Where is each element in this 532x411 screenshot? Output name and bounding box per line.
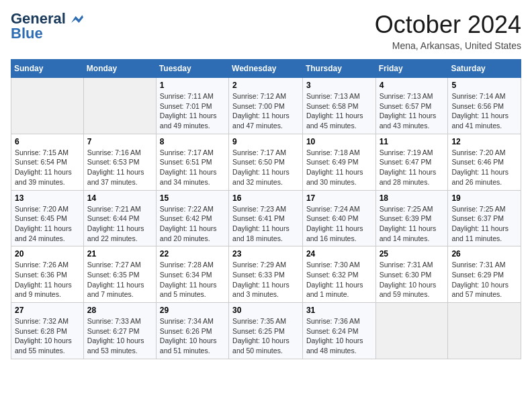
- calendar-cell: 2Sunrise: 7:12 AM Sunset: 7:00 PM Daylig…: [229, 78, 303, 134]
- weekday-header-wednesday: Wednesday: [229, 60, 303, 78]
- calendar-cell: 15Sunrise: 7:22 AM Sunset: 6:42 PM Dayli…: [156, 190, 228, 246]
- day-number: 28: [87, 306, 152, 315]
- calendar-cell: 10Sunrise: 7:18 AM Sunset: 6:49 PM Dayli…: [302, 134, 375, 190]
- calendar-cell: 24Sunrise: 7:30 AM Sunset: 6:32 PM Dayli…: [302, 246, 375, 303]
- day-info: Sunrise: 7:18 AM Sunset: 6:49 PM Dayligh…: [306, 148, 372, 187]
- weekday-header-saturday: Saturday: [448, 60, 521, 78]
- calendar-cell: 4Sunrise: 7:13 AM Sunset: 6:57 PM Daylig…: [375, 78, 448, 134]
- day-number: 10: [306, 137, 372, 146]
- day-info: Sunrise: 7:34 AM Sunset: 6:26 PM Dayligh…: [160, 316, 225, 356]
- day-number: 14: [87, 193, 152, 203]
- weekday-header-friday: Friday: [375, 60, 448, 78]
- calendar-cell: 17Sunrise: 7:24 AM Sunset: 6:40 PM Dayli…: [302, 190, 375, 246]
- calendar-cell: 21Sunrise: 7:27 AM Sunset: 6:35 PM Dayli…: [83, 246, 156, 303]
- day-info: Sunrise: 7:27 AM Sunset: 6:35 PM Dayligh…: [87, 260, 152, 300]
- weekday-header-thursday: Thursday: [302, 60, 375, 78]
- calendar-cell: 1Sunrise: 7:11 AM Sunset: 7:01 PM Daylig…: [156, 78, 228, 134]
- day-number: 25: [380, 249, 445, 259]
- day-number: 1: [160, 81, 225, 90]
- day-info: Sunrise: 7:26 AM Sunset: 6:36 PM Dayligh…: [15, 260, 80, 300]
- day-number: 26: [451, 249, 517, 259]
- calendar-cell: 26Sunrise: 7:31 AM Sunset: 6:29 PM Dayli…: [448, 246, 521, 303]
- logo: General Blue: [11, 11, 83, 42]
- day-number: 15: [160, 193, 225, 203]
- day-info: Sunrise: 7:23 AM Sunset: 6:41 PM Dayligh…: [232, 204, 299, 244]
- day-number: 3: [306, 81, 372, 90]
- calendar-week-row: 20Sunrise: 7:26 AM Sunset: 6:36 PM Dayli…: [11, 246, 521, 303]
- day-number: 12: [451, 137, 517, 146]
- day-number: 5: [451, 81, 517, 90]
- calendar-cell: 30Sunrise: 7:35 AM Sunset: 6:25 PM Dayli…: [229, 303, 303, 359]
- day-number: 20: [15, 249, 80, 259]
- day-number: 16: [232, 193, 299, 203]
- calendar-cell: 23Sunrise: 7:29 AM Sunset: 6:33 PM Dayli…: [229, 246, 303, 303]
- month-title: October 2024: [375, 11, 521, 39]
- calendar-cell: 14Sunrise: 7:21 AM Sunset: 6:44 PM Dayli…: [83, 190, 156, 246]
- calendar-cell: 3Sunrise: 7:13 AM Sunset: 6:58 PM Daylig…: [302, 78, 375, 134]
- day-number: 17: [306, 193, 372, 203]
- calendar-cell: 5Sunrise: 7:14 AM Sunset: 6:56 PM Daylig…: [448, 78, 521, 134]
- day-number: 19: [451, 193, 517, 203]
- calendar-cell: [11, 78, 84, 134]
- day-number: 8: [160, 137, 225, 146]
- day-number: 18: [380, 193, 445, 203]
- calendar-cell: 8Sunrise: 7:17 AM Sunset: 6:51 PM Daylig…: [156, 134, 228, 190]
- calendar-cell: [83, 78, 156, 134]
- day-info: Sunrise: 7:28 AM Sunset: 6:34 PM Dayligh…: [160, 260, 225, 300]
- page-header: General Blue October 2024 Mena, Arkansas…: [11, 11, 521, 51]
- day-info: Sunrise: 7:12 AM Sunset: 7:00 PM Dayligh…: [232, 91, 299, 131]
- calendar-cell: 31Sunrise: 7:36 AM Sunset: 6:24 PM Dayli…: [302, 303, 375, 359]
- day-info: Sunrise: 7:17 AM Sunset: 6:50 PM Dayligh…: [232, 148, 299, 187]
- day-info: Sunrise: 7:16 AM Sunset: 6:53 PM Dayligh…: [87, 148, 152, 187]
- day-number: 6: [15, 137, 80, 146]
- title-block: October 2024 Mena, Arkansas, United Stat…: [375, 11, 521, 51]
- day-number: 22: [160, 249, 225, 259]
- day-info: Sunrise: 7:19 AM Sunset: 6:47 PM Dayligh…: [380, 148, 445, 187]
- calendar-week-row: 13Sunrise: 7:20 AM Sunset: 6:45 PM Dayli…: [11, 190, 521, 246]
- calendar-cell: 19Sunrise: 7:25 AM Sunset: 6:37 PM Dayli…: [448, 190, 521, 246]
- day-info: Sunrise: 7:21 AM Sunset: 6:44 PM Dayligh…: [87, 204, 152, 244]
- calendar-week-row: 1Sunrise: 7:11 AM Sunset: 7:01 PM Daylig…: [11, 78, 521, 134]
- calendar-cell: 9Sunrise: 7:17 AM Sunset: 6:50 PM Daylig…: [229, 134, 303, 190]
- day-number: 27: [15, 306, 80, 315]
- calendar-cell: 12Sunrise: 7:20 AM Sunset: 6:46 PM Dayli…: [448, 134, 521, 190]
- day-info: Sunrise: 7:32 AM Sunset: 6:28 PM Dayligh…: [15, 316, 80, 356]
- day-info: Sunrise: 7:36 AM Sunset: 6:24 PM Dayligh…: [306, 316, 372, 356]
- day-info: Sunrise: 7:31 AM Sunset: 6:29 PM Dayligh…: [451, 260, 517, 300]
- day-info: Sunrise: 7:13 AM Sunset: 6:58 PM Dayligh…: [306, 91, 372, 131]
- calendar-cell: 20Sunrise: 7:26 AM Sunset: 6:36 PM Dayli…: [11, 246, 84, 303]
- calendar-cell: 16Sunrise: 7:23 AM Sunset: 6:41 PM Dayli…: [229, 190, 303, 246]
- svg-marker-0: [71, 15, 83, 23]
- day-info: Sunrise: 7:30 AM Sunset: 6:32 PM Dayligh…: [306, 260, 372, 300]
- weekday-header-monday: Monday: [83, 60, 156, 78]
- day-info: Sunrise: 7:33 AM Sunset: 6:27 PM Dayligh…: [87, 316, 152, 356]
- calendar-cell: 28Sunrise: 7:33 AM Sunset: 6:27 PM Dayli…: [83, 303, 156, 359]
- day-number: 30: [232, 306, 299, 315]
- weekday-header-tuesday: Tuesday: [156, 60, 228, 78]
- day-number: 11: [380, 137, 445, 146]
- calendar-cell: [448, 303, 521, 359]
- day-info: Sunrise: 7:20 AM Sunset: 6:45 PM Dayligh…: [15, 204, 80, 244]
- calendar-cell: 6Sunrise: 7:15 AM Sunset: 6:54 PM Daylig…: [11, 134, 84, 190]
- weekday-header-row: SundayMondayTuesdayWednesdayThursdayFrid…: [11, 60, 521, 78]
- day-number: 29: [160, 306, 225, 315]
- day-info: Sunrise: 7:35 AM Sunset: 6:25 PM Dayligh…: [232, 316, 299, 356]
- day-info: Sunrise: 7:14 AM Sunset: 6:56 PM Dayligh…: [451, 91, 517, 131]
- day-info: Sunrise: 7:15 AM Sunset: 6:54 PM Dayligh…: [15, 148, 80, 187]
- day-number: 21: [87, 249, 152, 259]
- day-info: Sunrise: 7:22 AM Sunset: 6:42 PM Dayligh…: [160, 204, 225, 244]
- day-number: 24: [306, 249, 372, 259]
- weekday-header-sunday: Sunday: [11, 60, 84, 78]
- calendar-week-row: 6Sunrise: 7:15 AM Sunset: 6:54 PM Daylig…: [11, 134, 521, 190]
- day-info: Sunrise: 7:25 AM Sunset: 6:37 PM Dayligh…: [451, 204, 517, 244]
- calendar-week-row: 27Sunrise: 7:32 AM Sunset: 6:28 PM Dayli…: [11, 303, 521, 359]
- day-number: 23: [232, 249, 299, 259]
- calendar-cell: 22Sunrise: 7:28 AM Sunset: 6:34 PM Dayli…: [156, 246, 228, 303]
- calendar-cell: [375, 303, 448, 359]
- logo-bird-icon: [71, 15, 83, 24]
- day-info: Sunrise: 7:20 AM Sunset: 6:46 PM Dayligh…: [451, 148, 517, 187]
- day-info: Sunrise: 7:29 AM Sunset: 6:33 PM Dayligh…: [232, 260, 299, 300]
- calendar-cell: 13Sunrise: 7:20 AM Sunset: 6:45 PM Dayli…: [11, 190, 84, 246]
- day-info: Sunrise: 7:13 AM Sunset: 6:57 PM Dayligh…: [380, 91, 445, 131]
- day-info: Sunrise: 7:25 AM Sunset: 6:39 PM Dayligh…: [380, 204, 445, 244]
